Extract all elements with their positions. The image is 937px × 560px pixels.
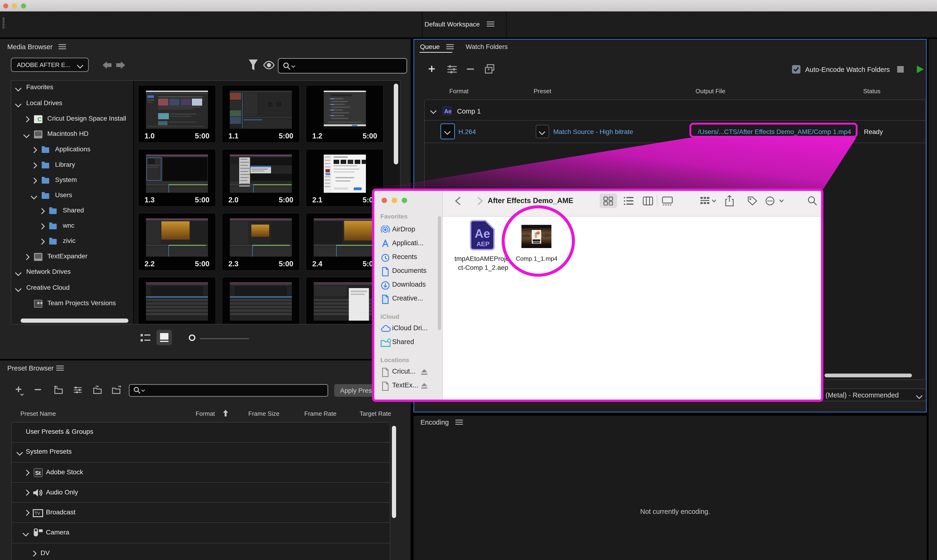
- svg-text:TV: TV: [35, 511, 40, 516]
